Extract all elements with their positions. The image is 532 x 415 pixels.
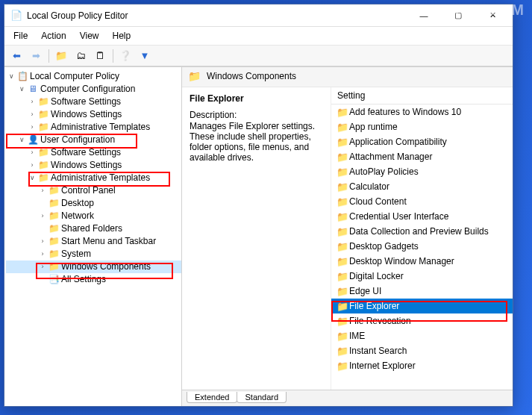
list-item[interactable]: 📁Cloud Content [331, 194, 513, 209]
chevron-right-icon[interactable]: › [27, 108, 37, 121]
chevron-down-icon[interactable]: ∨ [16, 83, 27, 96]
toolbar-separator [46, 48, 51, 64]
chevron-right-icon[interactable]: › [37, 184, 48, 197]
tree-label: Windows Settings [51, 159, 122, 172]
chevron-right-icon[interactable]: › [27, 146, 37, 159]
list-item[interactable]: 📁Instant Search [331, 343, 513, 358]
chevron-right-icon[interactable]: › [27, 96, 37, 108]
list-item[interactable]: 📁Edge UI [331, 284, 513, 299]
tree-label: System [61, 248, 91, 260]
show-hide-tree-button[interactable]: 🗂 [72, 48, 90, 64]
forward-button[interactable]: ➡ [27, 48, 45, 64]
folder-icon: 📁 [336, 271, 349, 282]
tab-extended[interactable]: Extended [187, 392, 237, 403]
detail-title: Windows Components [207, 71, 296, 81]
tree-network[interactable]: › 📁 Network [6, 210, 181, 222]
tree-user-configuration[interactable]: ∨ 👤 User Configuration [6, 134, 181, 146]
list-item-label: Credential User Interface [349, 211, 448, 222]
settings-icon: 📑 [48, 275, 60, 285]
list-item[interactable]: 📁Calculator [331, 179, 513, 194]
folder-icon: 📁 [336, 152, 349, 163]
tree-uc-admin-templates[interactable]: ∨ 📁 Administrative Templates [6, 172, 181, 184]
list-item[interactable]: 📁Data Collection and Preview Builds [331, 224, 513, 239]
tree-label: Windows Settings [51, 108, 122, 121]
properties-button[interactable]: 🗒 [91, 48, 109, 64]
tree-shared-folders[interactable]: 📁 Shared Folders [6, 222, 181, 235]
list-item[interactable]: 📁Application Compatibility [331, 134, 513, 149]
console-tree[interactable]: ∨ 📋 Local Computer Policy ∨ 🖥 Computer C… [4, 67, 182, 406]
folder-icon: 📁 [48, 237, 60, 247]
list-item[interactable]: 📁File Explorer [331, 299, 513, 313]
list-item[interactable]: 📁Internet Explorer [331, 358, 513, 373]
tree-uc-windows-settings[interactable]: › 📁 Windows Settings [6, 159, 181, 172]
tree-control-panel[interactable]: › 📁 Control Panel [6, 184, 181, 197]
menu-action[interactable]: Action [40, 29, 67, 43]
tree-label: User Configuration [40, 134, 115, 146]
list-item[interactable]: 📁File Revocation [331, 313, 513, 328]
folder-icon: 📁 [336, 107, 349, 118]
no-expand-icon [37, 222, 48, 235]
chevron-right-icon[interactable]: › [37, 235, 48, 248]
list-item-label: IME [349, 331, 365, 341]
list-item[interactable]: 📁Credential User Interface [331, 209, 513, 224]
tree-cc-software-settings[interactable]: › 📁 Software Settings [6, 96, 181, 108]
tree-system[interactable]: › 📁 System [6, 248, 181, 260]
list-item-label: Add features to Windows 10 [349, 107, 461, 117]
tab-standard[interactable]: Standard [237, 392, 287, 403]
list-item-label: Desktop Gadgets [349, 241, 419, 252]
back-button[interactable]: ⬅ [7, 48, 25, 64]
list-item[interactable]: 📁AutoPlay Policies [331, 164, 513, 179]
chevron-right-icon[interactable]: › [37, 210, 48, 222]
folder-icon: 📁 [37, 160, 49, 171]
description-column: File Explorer Description: Manages File … [182, 87, 331, 390]
tree-all-settings[interactable]: 📑 All Settings [6, 273, 181, 286]
column-header-setting[interactable]: Setting [331, 87, 513, 104]
tree-label: Network [61, 210, 94, 222]
tree-cc-windows-settings[interactable]: › 📁 Windows Settings [6, 108, 181, 121]
list-item[interactable]: 📁Add features to Windows 10 [331, 104, 513, 119]
folder-icon: 📁 [336, 196, 349, 208]
folder-icon: 📁 [336, 301, 349, 312]
list-item-label: Edge UI [349, 286, 381, 296]
tree-uc-software-settings[interactable]: › 📁 Software Settings [6, 146, 181, 159]
tree-computer-configuration[interactable]: ∨ 🖥 Computer Configuration [6, 83, 181, 96]
help-button[interactable]: ❔ [116, 48, 134, 64]
list-item[interactable]: 📁IME [331, 328, 513, 343]
chevron-down-icon[interactable]: ∨ [16, 134, 27, 146]
menu-file[interactable]: File [12, 29, 29, 43]
chevron-right-icon[interactable]: › [37, 248, 48, 260]
list-item-label: Desktop Window Manager [349, 256, 454, 266]
folder-icon: 📁 [336, 361, 349, 372]
menubar: File Action View Help [4, 27, 513, 46]
no-expand-icon [37, 273, 48, 286]
tree-label: Administrative Templates [51, 121, 150, 134]
tree-root-node[interactable]: ∨ 📋 Local Computer Policy [6, 70, 181, 83]
chevron-down-icon[interactable]: ∨ [27, 172, 37, 184]
folder-icon: 📁 [37, 148, 49, 158]
list-item-label: File Explorer [349, 301, 399, 311]
description-label: Description: [190, 110, 323, 120]
folder-icon: 📁 [336, 256, 349, 267]
list-item[interactable]: 📁Attachment Manager [331, 149, 513, 164]
up-button[interactable]: 📁 [52, 48, 70, 64]
chevron-down-icon[interactable]: ∨ [6, 70, 16, 83]
tree-start-menu[interactable]: › 📁 Start Menu and Taskbar [6, 235, 181, 248]
list-item[interactable]: 📁Digital Locker [331, 269, 513, 284]
folder-icon: 📁 [336, 331, 349, 342]
menu-help[interactable]: Help [111, 29, 133, 43]
detail-header: 📁 Windows Components [182, 67, 513, 87]
tree-cc-admin-templates[interactable]: › 📁 Administrative Templates [6, 121, 181, 134]
tree-windows-components[interactable]: › 📁 Windows Components [6, 260, 181, 273]
menu-view[interactable]: View [78, 29, 101, 43]
chevron-right-icon[interactable]: › [37, 260, 48, 273]
list-item[interactable]: 📁Desktop Gadgets [331, 239, 513, 254]
chevron-right-icon[interactable]: › [27, 121, 37, 134]
settings-list[interactable]: 📁Add features to Windows 10📁App runtime📁… [331, 104, 513, 390]
list-item[interactable]: 📁App runtime [331, 119, 513, 134]
filter-button[interactable]: ▼ [136, 48, 154, 64]
no-expand-icon [37, 197, 48, 210]
list-item[interactable]: 📁Desktop Window Manager [331, 254, 513, 269]
chevron-right-icon[interactable]: › [27, 159, 37, 172]
tree-desktop[interactable]: 📁 Desktop [6, 197, 181, 210]
folder-icon: 📁 [336, 316, 349, 327]
